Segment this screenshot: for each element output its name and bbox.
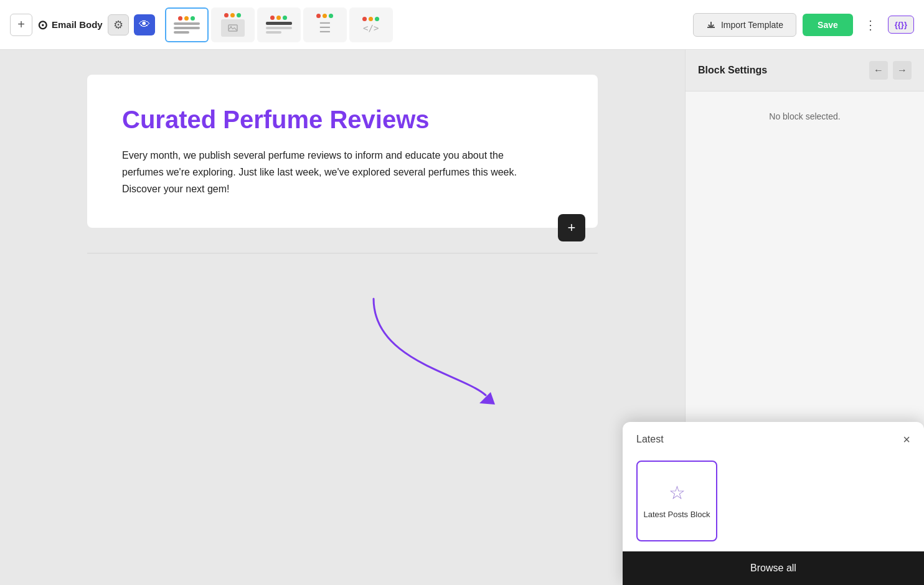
sidebar-forward-button[interactable]: →	[893, 61, 912, 80]
code-icon: </>	[363, 23, 379, 33]
arrow-indicator	[336, 286, 523, 411]
add-block-toolbar-button[interactable]: +	[10, 14, 32, 36]
template-tabs: ☰ </>	[165, 7, 393, 42]
toolbar-right: Import Template Save ⋮ {{}}	[693, 13, 914, 37]
preview-button[interactable]: 👁	[134, 14, 155, 35]
main-layout: Curated Perfume Reviews Every month, we …	[0, 50, 924, 585]
plus-icon: +	[17, 17, 25, 32]
tab-lines	[174, 22, 200, 34]
toolbar: + ⊙ Email Body ⚙ 👁	[0, 0, 924, 50]
email-content-block: Curated Perfume Reviews Every month, we …	[87, 75, 598, 228]
dot-green-2	[237, 13, 241, 17]
browse-all-button[interactable]: Browse all	[623, 551, 924, 585]
import-icon	[706, 20, 716, 30]
curved-arrow-svg	[336, 286, 523, 411]
sidebar-nav: ← →	[869, 61, 912, 80]
image-icon	[228, 23, 238, 33]
popup-title: Latest	[636, 434, 664, 445]
toolbar-left: + ⊙ Email Body ⚙ 👁	[10, 7, 688, 42]
code-braces-icon: {{}}	[895, 20, 907, 29]
email-body-label: ⊙ Email Body	[37, 17, 103, 32]
dot-yellow-4	[323, 14, 327, 18]
tab-text-active[interactable]	[165, 7, 209, 42]
latest-posts-block-card[interactable]: ☆ Latest Posts Block	[636, 461, 717, 541]
plus-add-icon: +	[568, 220, 576, 236]
save-button[interactable]: Save	[803, 14, 853, 36]
dot-green-3	[283, 16, 287, 20]
tab-line-1	[174, 22, 200, 25]
tab-line-3	[174, 31, 189, 34]
dot-yellow-5	[369, 17, 373, 21]
tab-dot-row-2	[224, 13, 241, 17]
svg-marker-2	[479, 392, 495, 405]
close-popup-button[interactable]: ×	[903, 433, 910, 446]
star-icon: ☆	[669, 482, 686, 503]
forward-arrow-icon: →	[897, 65, 907, 76]
tab-chat[interactable]: ☰	[303, 7, 347, 42]
more-options-button[interactable]: ⋮	[859, 15, 882, 35]
tab-line-b	[266, 31, 281, 34]
eye-icon: 👁	[139, 18, 150, 31]
sidebar-title: Block Settings	[698, 65, 767, 76]
popup-header: Latest ×	[623, 422, 924, 453]
block-card-label: Latest Posts Block	[644, 510, 710, 520]
gear-icon: ⚙	[113, 18, 123, 32]
canvas-area: Curated Perfume Reviews Every month, we …	[0, 50, 685, 585]
right-sidebar: Block Settings ← → No block selected. La…	[685, 50, 924, 585]
dot-green	[191, 16, 195, 21]
import-template-button[interactable]: Import Template	[693, 13, 796, 37]
email-body-paragraph: Every month, we publish several perfume …	[122, 147, 545, 198]
settings-circle-icon: ⊙	[37, 17, 48, 32]
popup-content: ☆ Latest Posts Block	[623, 453, 924, 551]
separator-line	[87, 253, 598, 254]
back-arrow-icon: ←	[874, 65, 884, 76]
dot-yellow-3	[276, 16, 281, 20]
gear-button[interactable]: ⚙	[108, 14, 129, 35]
tab-text-2[interactable]	[257, 7, 301, 42]
dot-red-5	[362, 17, 367, 21]
dot-red	[178, 16, 182, 21]
import-label: Import Template	[721, 20, 783, 30]
image-placeholder	[221, 19, 245, 37]
dot-yellow-2	[230, 13, 235, 17]
dot-red-3	[270, 16, 275, 20]
tab-dot-row	[178, 16, 195, 21]
email-title: Curated Perfume Reviews	[122, 105, 563, 134]
chat-icon: ☰	[319, 20, 331, 36]
tab-image[interactable]	[211, 7, 255, 42]
no-block-message: No block selected.	[686, 91, 924, 141]
sidebar-back-button[interactable]: ←	[869, 61, 888, 80]
dot-yellow	[184, 16, 189, 21]
dot-green-5	[375, 17, 379, 21]
tab-line-a	[266, 27, 292, 29]
tab-bold-line	[266, 22, 292, 25]
dot-red-4	[316, 14, 321, 18]
tab-line-2	[174, 27, 200, 29]
tab-dot-row-5	[362, 17, 379, 21]
add-block-button[interactable]: +	[558, 214, 585, 241]
dot-green-4	[329, 14, 333, 18]
tab-code[interactable]: </>	[349, 7, 393, 42]
email-body-text: Email Body	[52, 19, 103, 30]
tab-lines-3	[266, 22, 292, 34]
sidebar-header: Block Settings ← →	[686, 50, 924, 91]
block-picker-popup: Latest × ☆ Latest Posts Block Browse all	[623, 422, 924, 585]
dot-red-2	[224, 13, 229, 17]
tab-dot-row-4	[316, 14, 333, 18]
tab-dot-row-3	[270, 16, 287, 20]
code-toggle-button[interactable]: {{}}	[888, 16, 914, 34]
